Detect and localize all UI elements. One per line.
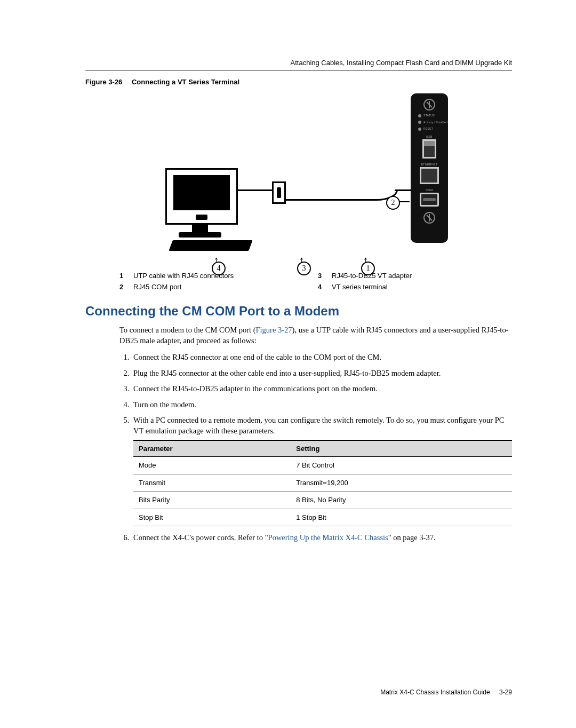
callout-3: 3 [297, 262, 311, 275]
table-row: Bits Parity 8 Bits, No Parity [133, 492, 512, 509]
table-cell: Transmit [133, 474, 291, 492]
legend-text: RJ45-to-DB25 VT adapter [332, 272, 512, 280]
callout-2: 2 [386, 196, 400, 210]
figure-number: Figure 3-26 [85, 78, 122, 86]
legend-text: VT series terminal [332, 283, 512, 291]
monitor-icon [165, 168, 238, 225]
monitor-base-icon [179, 232, 221, 238]
section-xref-link[interactable]: Powering Up the Matrix X4-C Chassis [268, 533, 388, 542]
callout-4: 4 [212, 262, 226, 275]
table-cell: 8 Bits, No Parity [291, 492, 512, 509]
step-item: Connect the RJ45 connector at one end of… [131, 352, 512, 363]
figure-caption: Figure 3-26 Connecting a VT Series Termi… [85, 78, 512, 86]
step-item: Plug the RJ45 connector at the other cab… [131, 368, 512, 379]
step-item: Turn on the modem. [131, 400, 512, 410]
intro-paragraph: To connect a modem to the CM COM port (F… [119, 325, 512, 346]
screw-icon [423, 212, 435, 224]
figure-legend: 1 UTP cable with RJ45 connectors 3 RJ45-… [119, 272, 512, 291]
cable-icon [395, 189, 411, 191]
table-header: Setting [291, 440, 512, 457]
step-text: With a PC connected to a remote modem, y… [133, 416, 504, 435]
section-heading: Connecting the CM COM Port to a Modem [85, 304, 512, 319]
table-cell: Stop Bit [133, 509, 291, 526]
cm-activity-label: Activity / Disabled [418, 121, 448, 124]
step-item: Connect the X4-C's power cords. Refer to… [131, 533, 512, 543]
table-row: Transmit Transmit=19,200 [133, 474, 512, 492]
step-text: " on page 3-37. [388, 533, 436, 542]
legend-num: 3 [318, 272, 327, 280]
table-row: Mode 7 Bit Control [133, 457, 512, 474]
legend-text: RJ45 COM port [133, 283, 314, 291]
callout-line [399, 201, 410, 202]
cm-com-label: COM [411, 188, 448, 192]
com-port-icon [420, 193, 439, 207]
parameters-table: Parameter Setting Mode 7 Bit Control Tra… [133, 440, 512, 527]
step-item: Connect the RJ45-to-DB25 adapter to the … [131, 384, 512, 394]
figure-title: Connecting a VT Series Terminal [132, 78, 239, 86]
table-row: Stop Bit 1 Stop Bit [133, 509, 512, 526]
cm-status-label: STATUS [418, 114, 448, 117]
table-cell: Mode [133, 457, 291, 474]
step-item: With a PC connected to a remote modem, y… [131, 415, 512, 526]
legend-num: 2 [119, 283, 129, 291]
table-cell: 1 Stop Bit [291, 509, 512, 526]
usb-port-icon [422, 139, 436, 159]
running-header: Attaching Cables, Installing Compact Fla… [85, 59, 512, 67]
cable-icon [237, 189, 272, 191]
table-cell: Transmit=19,200 [291, 474, 512, 492]
book-title: Matrix X4-C Chassis Installation Guide [380, 689, 490, 696]
legend-num: 4 [318, 283, 327, 291]
cm-reset-label: RESET [418, 127, 448, 131]
legend-num: 1 [119, 272, 129, 280]
cm-eth-label: ETHERNET [411, 163, 448, 166]
figure-xref-link[interactable]: Figure 3-27 [256, 326, 292, 334]
step-text: Connect the X4-C's power cords. Refer to… [133, 533, 268, 542]
page-footer: Matrix X4-C Chassis Installation Guide 3… [380, 689, 512, 696]
cable-icon [284, 189, 398, 201]
page-number: 3-29 [499, 689, 512, 696]
cm-usb-label: USB [411, 135, 448, 138]
table-cell: Bits Parity [133, 492, 291, 509]
table-cell: 7 Bit Control [291, 457, 512, 474]
callout-1: 1 [361, 262, 375, 275]
procedure-list: Connect the RJ45 connector at one end of… [119, 352, 512, 543]
cm-module-icon: STATUS Activity / Disabled RESET USB ETH… [411, 93, 448, 243]
figure-illustration: STATUS Activity / Disabled RESET USB ETH… [149, 93, 448, 264]
screw-icon [423, 99, 435, 110]
keyboard-icon [169, 240, 252, 251]
monitor-stand-icon [192, 223, 208, 233]
header-rule [85, 70, 512, 70]
table-header: Parameter [133, 440, 291, 457]
intro-text: To connect a modem to the CM COM port ( [119, 326, 256, 334]
ethernet-port-icon [420, 167, 439, 184]
